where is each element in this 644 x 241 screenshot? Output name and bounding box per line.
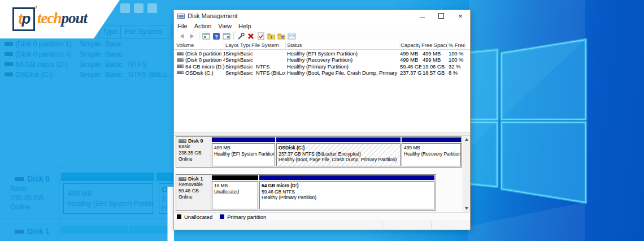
bg-col-filesystem: File System bbox=[125, 27, 162, 36]
column-header-freespace[interactable]: Free Space bbox=[421, 41, 447, 49]
bg-drive-icon bbox=[5, 72, 13, 76]
status-bar bbox=[174, 221, 470, 230]
disk0-partition-recovery[interactable]: 499 MB Healthy (Recovery Partition) bbox=[402, 137, 461, 166]
table-row[interactable]: (Disk 0 partition 4) Simple Basic Health… bbox=[174, 57, 470, 63]
partition-color-bar bbox=[259, 175, 434, 180]
legend-label-unallocated: Unallocated bbox=[184, 214, 212, 220]
volume-icon bbox=[177, 64, 184, 68]
volume-icon bbox=[177, 58, 184, 62]
back-icon[interactable] bbox=[177, 32, 187, 41]
volume-icon bbox=[177, 52, 184, 55]
disk1-row: Disk 1 Removable 59.48 GB Online 16 MB U… bbox=[176, 174, 436, 211]
disk-tools-icon[interactable] bbox=[236, 32, 246, 41]
scroll-up-button[interactable] bbox=[463, 136, 470, 143]
column-header-volume[interactable]: Volume bbox=[176, 41, 224, 49]
volume-list-pane: Volume Layout Type File System Status Ca… bbox=[174, 41, 470, 132]
toolbar: ? bbox=[174, 31, 470, 42]
check-mark-document-icon[interactable] bbox=[256, 32, 266, 41]
folder-export-icon[interactable] bbox=[266, 32, 276, 41]
disk0-name: Disk 0 bbox=[188, 138, 203, 144]
desktop: Type File System (Disk 0 partition 1) Si… bbox=[0, 0, 644, 241]
menu-action[interactable]: Action bbox=[194, 23, 212, 29]
svg-text:?: ? bbox=[215, 33, 218, 39]
disk0-partition-osdisk[interactable]: OSDisk (C:) 237.37 GB NTFS (BitLocker En… bbox=[276, 137, 401, 166]
disk1-unallocated[interactable]: 16 MB Unallocated bbox=[212, 175, 258, 209]
techpout-logo-mark: tp bbox=[12, 7, 35, 31]
menu-help[interactable]: Help bbox=[238, 23, 251, 29]
ghost-toolbar-icon bbox=[147, 3, 157, 13]
logo-apostrophe: ’ bbox=[34, 3, 37, 16]
menu-bar: File Action View Help bbox=[174, 21, 470, 31]
table-row[interactable]: OSDisk (C:) Simple Basic NTFS (BitLo... … bbox=[174, 70, 470, 76]
menu-view[interactable]: View bbox=[218, 23, 232, 29]
close-icon: × bbox=[458, 12, 463, 20]
bg-drive-icon bbox=[5, 62, 13, 66]
bg-row-volume: 64 GB micro (D:) bbox=[15, 60, 68, 68]
forward-icon[interactable] bbox=[187, 32, 197, 41]
disk0-partition-efi[interactable]: 499 MB Healthy (EFI System Partition bbox=[212, 137, 275, 166]
bg-partition-bar bbox=[61, 226, 128, 234]
help-icon[interactable]: ? bbox=[211, 32, 221, 41]
partition-color-bar bbox=[402, 137, 461, 142]
bg-disk1-name: Disk 1 bbox=[27, 227, 49, 236]
disk1-name: Disk 1 bbox=[188, 176, 203, 182]
bg-col-type: Type bbox=[102, 27, 118, 36]
column-header-type[interactable]: Type bbox=[240, 41, 250, 49]
table-row[interactable]: 64 GB micro (D:) Simple Basic NTFS Healt… bbox=[174, 63, 470, 70]
table-row[interactable]: (Disk 0 partition 1) Simple Basic Health… bbox=[174, 50, 470, 57]
disk-management-window: Disk Management × File Action View Help … bbox=[173, 10, 471, 230]
minimize-icon bbox=[420, 18, 425, 18]
disk0-row: Disk 0 Basic 238.35 GB Online 499 MB Hea… bbox=[176, 136, 462, 168]
bg-disk-icon bbox=[15, 177, 24, 181]
partition-color-bar bbox=[212, 175, 258, 180]
toolbar-separator bbox=[233, 32, 234, 40]
ghost-toolbar-icon bbox=[134, 3, 143, 13]
scroll-down-icon bbox=[465, 207, 468, 210]
bg-drive-icon bbox=[5, 52, 13, 56]
maximize-button[interactable] bbox=[432, 10, 451, 21]
legend-label-primary: Primary partition bbox=[227, 214, 266, 220]
bg-partition-bar bbox=[61, 173, 154, 181]
legend-swatch-primary bbox=[220, 214, 224, 219]
bg-disk0-name: Disk 0 bbox=[27, 174, 49, 183]
show-console-tree-icon[interactable] bbox=[201, 32, 211, 41]
bg-row-volume: OSDisk (C:) bbox=[15, 70, 53, 79]
wallpaper-pane-bottom-right bbox=[502, 122, 586, 203]
ghost-toolbar-icon bbox=[120, 3, 130, 13]
close-button[interactable]: × bbox=[451, 10, 470, 21]
column-header-status[interactable]: Status bbox=[287, 41, 398, 49]
scroll-down-button[interactable] bbox=[463, 205, 470, 212]
minimize-button[interactable] bbox=[412, 10, 432, 21]
column-header-capacity[interactable]: Capacity bbox=[401, 41, 420, 49]
bg-drive-icon bbox=[5, 42, 13, 46]
bg-partition-bar bbox=[156, 173, 173, 181]
disk1-label[interactable]: Disk 1 Removable 59.48 GB Online bbox=[176, 175, 211, 210]
vertical-scrollbar[interactable] bbox=[463, 136, 470, 212]
graphical-view-pane: Disk 0 Basic 238.35 GB Online 499 MB Hea… bbox=[174, 136, 470, 212]
title-bar[interactable]: Disk Management × bbox=[174, 10, 470, 21]
disk0-label[interactable]: Disk 0 Basic 238.35 GB Online bbox=[176, 137, 211, 167]
column-header-pctfree[interactable]: % Free bbox=[449, 41, 465, 49]
list-header: Volume Layout Type File System Status Ca… bbox=[174, 41, 470, 50]
bg-row-volume: (Disk 0 partition 4) bbox=[15, 50, 71, 58]
show-action-pane-icon[interactable] bbox=[221, 32, 232, 41]
disk1-partition-d[interactable]: 64 GB micro (D:) 59.46 GB NTFS Healthy (… bbox=[259, 175, 434, 209]
menu-file[interactable]: File bbox=[177, 23, 188, 29]
delete-volume-icon[interactable] bbox=[246, 32, 256, 41]
column-header-filesystem[interactable]: File System bbox=[251, 41, 284, 49]
details-view-icon[interactable] bbox=[286, 32, 297, 41]
partition-color-bar bbox=[212, 137, 275, 142]
column-header-layout[interactable]: Layout bbox=[225, 41, 239, 49]
volume-icon bbox=[177, 71, 184, 74]
legend-swatch-unallocated bbox=[177, 214, 181, 219]
disk-icon bbox=[179, 177, 186, 181]
bg-disk-icon bbox=[15, 230, 24, 234]
folder-options-icon[interactable] bbox=[276, 32, 286, 41]
bg-row-volume: (Disk 0 partition 1) bbox=[15, 40, 71, 48]
toolbar-separator bbox=[199, 32, 199, 40]
window-title: Disk Management bbox=[188, 12, 238, 19]
disk-icon bbox=[179, 139, 186, 143]
legend-bar: Unallocated Primary partition bbox=[174, 212, 470, 221]
wallpaper-pane-top-right bbox=[502, 40, 586, 119]
caption-controls: × bbox=[412, 10, 470, 21]
